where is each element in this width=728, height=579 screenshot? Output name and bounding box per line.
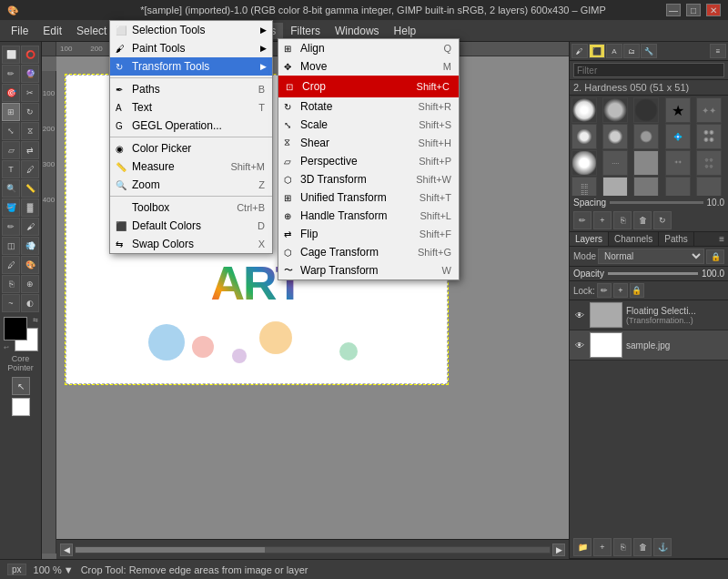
menu-edit[interactable]: Edit [35,23,69,39]
delete-brush-btn[interactable]: 🗑 [633,211,652,229]
menu-help[interactable]: Help [387,23,424,39]
tool-blend[interactable]: ▓ [21,198,39,217]
spacing-slider[interactable] [610,201,703,204]
tool-text[interactable]: T [2,160,20,178]
brush-item-4[interactable]: ★ [665,97,691,123]
tool-scissors[interactable]: ✂ [21,84,39,102]
tool-ellipse-select[interactable]: ⭕ [21,46,39,64]
tool-fuzzy-select[interactable]: 🔮 [21,65,39,83]
refresh-brush-btn[interactable]: ↻ [653,211,672,229]
menu-item-default-colors[interactable]: ⬛ Default Colors D [110,217,272,235]
brush-item-2[interactable] [602,97,628,123]
menu-item-paint-tools[interactable]: 🖌 Paint Tools [110,39,272,57]
brush-item-1[interactable] [571,97,597,123]
edit-brush-btn[interactable]: ✏ [573,211,592,229]
duplicate-brush-btn[interactable]: ⎘ [613,211,632,229]
white-swatch[interactable] [12,398,30,416]
lock-position-btn[interactable]: + [613,283,628,298]
brush-item-15[interactable]: ✵✵✵✵ [696,150,722,176]
menu-item-measure[interactable]: 📏 Measure Shift+M [110,157,272,176]
tool-heal[interactable]: ⊕ [21,275,39,293]
lock-alpha-btn[interactable]: 🔒 [706,249,724,264]
new-layer-btn[interactable]: + [593,538,612,556]
tool-free-select[interactable]: ✏ [2,65,20,83]
tool-rect-select[interactable]: ⬜ [2,46,20,64]
delete-layer-btn[interactable]: 🗑 [633,538,652,556]
hscrollbar-area[interactable]: ◀ ▶ [56,539,569,559]
menu-item-selection-tools[interactable]: ⬜ Selection Tools [110,21,272,39]
submenu-cage-transform[interactable]: ⬡ Cage Transform Shift+G [278,243,459,261]
lock-pixels-btn[interactable]: ✏ [597,283,612,298]
submenu-align[interactable]: ⊞ Align Q [278,39,459,57]
tool-measure[interactable]: 📏 [21,179,39,198]
menu-filters[interactable]: Filters [283,23,328,39]
submenu-flip[interactable]: ⇄ Flip Shift+F [278,225,459,243]
submenu-shear[interactable]: ⧖ Shear Shift+H [278,134,459,152]
tool-pencil[interactable]: ✏ [2,218,20,236]
tool-perspective[interactable]: ▱ [2,141,20,159]
brush-item-3[interactable] [633,97,659,123]
menu-item-transform-tools[interactable]: ↻ Transform Tools [110,57,272,76]
brush-item-16[interactable]: ⠿⠿⠿⠿ [571,177,597,196]
tool-ink[interactable]: 🖊 [2,256,20,274]
new-layer-group-btn[interactable]: 📁 [573,538,592,556]
brush-item-12[interactable]: ···· [602,150,628,176]
brush-item-10[interactable]: ✺✺✺✺ [696,124,722,149]
brush-filter-input[interactable] [573,63,724,77]
menu-item-swap-colors[interactable]: ⇆ Swap Colors X [110,235,272,253]
layer-eye-sample[interactable]: 👁 [573,339,586,351]
tool-clone[interactable]: ⎘ [2,275,20,293]
brush-item-14[interactable]: ⁺⁺ [665,150,691,176]
tool-paintbucket[interactable]: 🪣 [2,198,20,217]
tool-crop[interactable]: ⊞ [2,103,20,121]
close-button[interactable]: ✕ [706,4,721,16]
maximize-button[interactable]: □ [686,4,701,16]
tab-paths[interactable]: Paths [659,232,694,246]
submenu-scale[interactable]: ⤡ Scale Shift+S [278,116,459,134]
layer-eye-floating[interactable]: 👁 [573,309,586,321]
tool-paintbrush[interactable]: 🖌 [21,218,39,236]
brush-item-17[interactable] [602,177,628,196]
tab-layers[interactable]: Layers [570,232,609,246]
swap-colors-icon[interactable]: ⇆ [33,317,38,324]
submenu-3d-transform[interactable]: ⬡ 3D Transform Shift+W [278,170,459,188]
scroll-left-btn[interactable]: ◀ [60,543,73,556]
hscrollbar-track[interactable] [75,546,551,554]
menu-item-paths[interactable]: ✒ Paths B [110,80,272,98]
lock-all-btn[interactable]: 🔒 [630,283,644,298]
brush-item-20[interactable] [696,177,722,196]
scroll-right-btn[interactable]: ▶ [552,543,565,556]
tool-smudge[interactable]: ~ [2,294,20,312]
tool-by-color-select[interactable]: 🎯 [2,84,20,102]
tab-channels[interactable]: Channels [609,232,659,246]
submenu-crop[interactable]: ⊡ Crop Shift+C [278,76,459,97]
submenu-move[interactable]: ✥ Move M [278,57,459,76]
brush-item-6[interactable] [571,124,597,149]
brush-presets-icon[interactable]: 🖌 [571,44,588,58]
opacity-slider[interactable] [608,272,698,275]
zoom-control[interactable]: 100 % ▼ [34,564,74,575]
unit-selector[interactable]: px [7,564,26,575]
tool-dodge[interactable]: ◐ [21,294,39,312]
tool-airbrush[interactable]: 💨 [21,237,39,255]
icon4[interactable]: 🗂 [623,44,640,58]
anchor-layer-btn[interactable]: ⚓ [653,538,672,556]
layers-panel-menu[interactable]: ≡ [715,232,728,246]
submenu-perspective[interactable]: ▱ Perspective Shift+P [278,152,459,170]
tool-colorpicker[interactable]: 🖊 [21,160,39,178]
duplicate-layer-btn[interactable]: ⎘ [613,538,632,556]
window-controls[interactable]: — □ ✕ [666,4,721,16]
menu-select[interactable]: Select [69,23,114,39]
menu-windows[interactable]: Windows [328,23,387,39]
mode-select[interactable]: Normal [598,249,704,264]
brush-item-5[interactable]: ✦✦ [696,97,722,123]
brush-item-13[interactable] [633,150,659,176]
new-brush-btn[interactable]: + [593,211,612,229]
document-history-icon[interactable]: ⬛ [589,44,605,58]
layer-item-floating[interactable]: 👁 Floating Selecti...(Transformation...) [570,300,728,330]
reset-colors[interactable]: ↩ [4,344,9,351]
tool-mypaint[interactable]: 🎨 [21,256,39,274]
foreground-color-swatch[interactable] [4,317,27,340]
tool-zoom[interactable]: 🔍 [2,179,20,198]
tool-flip[interactable]: ⇄ [21,141,39,159]
